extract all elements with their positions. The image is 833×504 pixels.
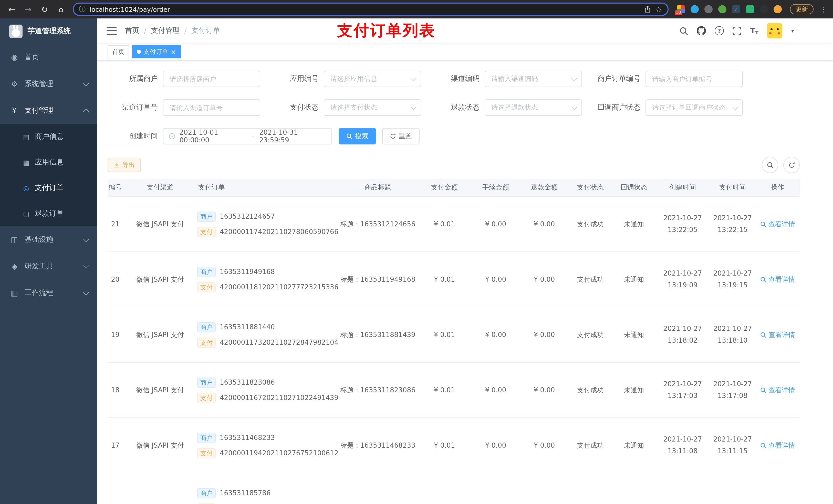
filter-field: 商户订单编号 xyxy=(590,71,751,87)
refresh-table-button[interactable] xyxy=(783,157,800,173)
fullscreen-icon[interactable] xyxy=(733,26,741,35)
breadcrumb-home[interactable]: 首页 xyxy=(125,26,139,35)
merchant-filter-input[interactable] xyxy=(163,71,260,87)
breadcrumb-payment[interactable]: 支付管理 xyxy=(151,26,180,35)
sidebar-item-payment[interactable]: ¥ 支付管理 xyxy=(0,97,97,124)
merchant-tag: 商户 xyxy=(197,377,216,387)
pay-status-select[interactable]: 请选择支付状态 xyxy=(324,99,421,116)
tags-view-bar: 首页 支付订单 × xyxy=(97,43,833,61)
cell-id: 19 xyxy=(108,330,123,340)
view-detail-link[interactable]: 查看详情 xyxy=(760,440,795,451)
sidebar-item-workflow[interactable]: ▥ 工作流程 xyxy=(0,280,97,306)
sidebar-item-dev-tools[interactable]: ◈ 研发工具 xyxy=(0,253,97,280)
chevron-down-icon xyxy=(411,75,416,81)
reset-button[interactable]: 重置 xyxy=(382,128,420,144)
filter-field: 支付状态 请选择支付状态 xyxy=(268,99,429,116)
channel-order-no-input[interactable] xyxy=(163,99,260,116)
search-button[interactable]: 搜索 xyxy=(339,128,376,144)
address-bar[interactable]: ⓘ localhost:1024/pay/order ☆ xyxy=(73,3,669,16)
cell-create-time: 2021-10-2713:11:08 xyxy=(656,434,710,457)
sidebar-item-merchant-info[interactable]: ▤ 商户信息 xyxy=(0,124,97,149)
merchant-order-no: 1635311823086 xyxy=(220,378,275,387)
help-icon[interactable]: ? xyxy=(715,26,724,35)
cell-order: 商户1635311881440 支付4200001173202110272847… xyxy=(197,322,338,347)
extension-badge: 10 xyxy=(675,10,682,15)
notify-status-select[interactable]: 请选择订单回调商户状态 xyxy=(645,99,743,116)
extension-icon-gray[interactable] xyxy=(705,5,713,13)
browser-home-button[interactable]: ⌂ xyxy=(54,3,68,16)
cell-title: 标题：1635311881439 xyxy=(338,330,418,340)
close-icon[interactable]: × xyxy=(171,48,176,55)
title-value: 1635312124656 xyxy=(360,219,415,229)
view-detail-label: 查看详情 xyxy=(768,274,795,285)
create-time-range-picker[interactable]: 2021-10-01 00:00:00 - 2021-10-31 23:59:5… xyxy=(163,128,332,144)
cell-amount: ¥ 0.01 xyxy=(418,440,471,451)
dashboard-icon: ◉ xyxy=(10,53,19,62)
cell-pay-status: 支付成功 xyxy=(569,385,612,395)
extension-icon-chat[interactable] xyxy=(746,5,754,13)
view-detail-link[interactable]: 查看详情 xyxy=(760,330,795,340)
merchant-order-no-input[interactable] xyxy=(645,71,743,87)
extension-icon-dark[interactable] xyxy=(760,5,768,13)
tag-pay-order[interactable]: 支付订单 × xyxy=(132,45,181,58)
tag-home[interactable]: 首页 xyxy=(108,45,129,58)
time: 13:17:08 xyxy=(718,390,748,401)
view-detail-label: 查看详情 xyxy=(768,330,795,340)
browser-reload-button[interactable]: ↻ xyxy=(38,3,51,16)
cell-title: 标题：1635311468233 xyxy=(338,440,418,451)
refund-status-select[interactable]: 请选择退款状态 xyxy=(485,99,582,116)
cell-channel: 微信 JSAPI 支付 xyxy=(123,330,197,340)
table-row-partial: 商户163531185786 支付 xyxy=(108,473,800,504)
extension-icon-blue[interactable] xyxy=(691,5,699,13)
app-id-select[interactable]: 请选择应用信息 xyxy=(324,71,421,87)
breadcrumb-separator: / xyxy=(184,27,187,35)
channel-code-select[interactable]: 请输入渠道编码 xyxy=(485,71,582,87)
browser-update-button[interactable]: 更新 xyxy=(790,4,813,14)
select-placeholder: 请选择应用信息 xyxy=(330,74,377,83)
cell-channel: 微信 JSAPI 支付 xyxy=(123,274,197,285)
pay-tag: 支付 xyxy=(197,226,216,237)
search-icon[interactable] xyxy=(679,26,688,35)
sidebar-item-app-info[interactable]: ▦ 应用信息 xyxy=(0,149,97,175)
select-placeholder: 请选择支付状态 xyxy=(330,103,377,112)
time: 13:22:15 xyxy=(718,224,748,235)
view-detail-link[interactable]: 查看详情 xyxy=(760,219,795,229)
sidebar-item-infra[interactable]: ◫ 基础设施 xyxy=(0,226,97,253)
vue-devtools-icon[interactable]: ✓ xyxy=(732,5,740,13)
sidebar-item-home[interactable]: ◉ 首页 xyxy=(0,44,97,71)
font-large-glyph: T xyxy=(750,26,755,35)
export-button[interactable]: 导出 xyxy=(108,158,141,172)
bookmark-star-icon[interactable]: ☆ xyxy=(655,4,662,14)
date: 2021-10-27 xyxy=(713,323,752,335)
view-detail-link[interactable]: 查看详情 xyxy=(760,274,795,285)
sidebar-item-refund-order[interactable]: ▢ 退款订单 xyxy=(0,201,97,226)
user-avatar[interactable] xyxy=(767,23,783,39)
cell-pay-time: 2021-10-2713:19:15 xyxy=(710,268,756,291)
sidebar-item-pay-order[interactable]: ◎ 支付订单 xyxy=(0,175,97,201)
time: 13:18:02 xyxy=(668,335,698,346)
sidebar-item-label: 首页 xyxy=(25,53,39,62)
font-size-icon[interactable]: TT xyxy=(750,26,759,35)
browser-forward-button[interactable]: → xyxy=(22,3,35,16)
merchant-tag: 商户 xyxy=(197,322,216,332)
extension-icon-grid[interactable]: 10 xyxy=(677,5,685,13)
view-detail-link[interactable]: 查看详情 xyxy=(760,385,795,395)
chevron-down-icon xyxy=(732,104,738,110)
share-icon[interactable] xyxy=(644,6,651,13)
cell-notify-status: 未通知 xyxy=(612,274,656,285)
magnifier-icon xyxy=(760,221,766,227)
browser-back-button[interactable]: ← xyxy=(5,3,19,16)
browser-menu-icon[interactable]: ⋮ xyxy=(819,5,828,13)
cell-id: 18 xyxy=(108,385,123,395)
extension-icon-green[interactable] xyxy=(718,5,727,13)
site-info-icon[interactable]: ⓘ xyxy=(79,5,86,14)
extensions-area: 10 ✓ xyxy=(674,5,785,13)
toggle-search-button[interactable] xyxy=(762,157,778,173)
cell-order: 商户1635312124657 支付4200001174202110278060… xyxy=(197,211,338,237)
extension-icon-face[interactable] xyxy=(774,5,782,13)
sidebar-fold-icon[interactable] xyxy=(106,27,117,35)
sidebar-item-system[interactable]: ⚙ 系统管理 xyxy=(0,71,97,97)
filter-field: 应用编号 请选择应用信息 xyxy=(268,71,429,87)
avatar-caret-icon[interactable]: ▾ xyxy=(791,27,794,34)
github-icon[interactable] xyxy=(697,26,706,35)
